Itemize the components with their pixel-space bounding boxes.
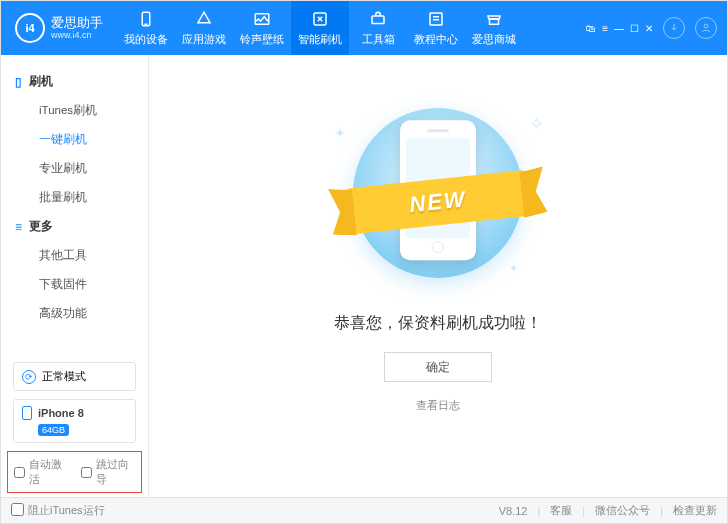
body: ▯ 刷机 iTunes刷机一键刷机专业刷机批量刷机 ≡ 更多 其他工具下载固件高… [1, 55, 727, 497]
footer-link[interactable]: 检查更新 [673, 503, 717, 518]
skip-wizard-checkbox[interactable]: 跳过向导 [81, 457, 136, 487]
header-right: 🛍 ≡ — ☐ ✕ [586, 17, 727, 39]
success-message: 恭喜您，保资料刷机成功啦！ [334, 313, 542, 334]
device-box[interactable]: iPhone 8 64GB [13, 399, 136, 443]
sidebar: ▯ 刷机 iTunes刷机一键刷机专业刷机批量刷机 ≡ 更多 其他工具下载固件高… [1, 55, 149, 497]
nav-device[interactable]: 我的设备 [117, 1, 175, 55]
flash-icon [310, 9, 330, 29]
close-icon[interactable]: ✕ [645, 23, 653, 34]
maximize-icon[interactable]: ☐ [630, 23, 639, 34]
phone-icon [22, 406, 32, 420]
cycle-icon: ⟳ [22, 370, 36, 384]
nav-store[interactable]: 爱思商城 [465, 1, 523, 55]
window-controls: 🛍 ≡ — ☐ ✕ [586, 23, 653, 34]
sidebar-item-other[interactable]: 其他工具 [1, 241, 148, 270]
nav-ring[interactable]: 铃声壁纸 [233, 1, 291, 55]
sidebar-item-oneclick[interactable]: 一键刷机 [1, 125, 148, 154]
sidebar-item-advanced[interactable]: 高级功能 [1, 299, 148, 328]
shopping-cart-icon[interactable]: 🛍 [586, 23, 596, 34]
hero-illustration: ✦ ✧ ✦ NEW [328, 103, 548, 283]
footer-link[interactable]: 微信公众号 [595, 503, 650, 518]
prevent-itunes-checkbox[interactable]: 阻止iTunes运行 [11, 503, 105, 518]
apps-icon [194, 9, 214, 29]
svg-rect-4 [372, 16, 384, 24]
sidebar-section-flash[interactable]: ▯ 刷机 [1, 67, 148, 96]
toolbox-icon [368, 9, 388, 29]
nav-apps[interactable]: 应用游戏 [175, 1, 233, 55]
nav-flash[interactable]: 智能刷机 [291, 1, 349, 55]
view-log-link[interactable]: 查看日志 [416, 398, 460, 413]
nav-tutorial[interactable]: 教程中心 [407, 1, 465, 55]
menu-icon[interactable]: ≡ [602, 23, 608, 34]
logo-icon: i4 [15, 13, 45, 43]
tutorial-icon [426, 9, 446, 29]
nav-toolbox[interactable]: 工具箱 [349, 1, 407, 55]
sidebar-list-more: 其他工具下载固件高级功能 [1, 241, 148, 328]
footer-link[interactable]: 客服 [550, 503, 572, 518]
version-label: V8.12 [499, 505, 528, 517]
mode-box[interactable]: ⟳ 正常模式 [13, 362, 136, 391]
sidebar-list-flash: iTunes刷机一键刷机专业刷机批量刷机 [1, 96, 148, 212]
logo[interactable]: i4 爱思助手 www.i4.cn [1, 13, 117, 43]
ring-icon [252, 9, 272, 29]
device-icon: ▯ [15, 75, 22, 89]
header-bar: i4 爱思助手 www.i4.cn 我的设备应用游戏铃声壁纸智能刷机工具箱教程中… [1, 1, 727, 55]
sidebar-item-pro[interactable]: 专业刷机 [1, 154, 148, 183]
ok-button[interactable]: 确定 [384, 352, 492, 382]
storage-badge: 64GB [38, 424, 69, 436]
main-panel: ✦ ✧ ✦ NEW 恭喜您，保资料刷机成功啦！ 确定 查看日志 [149, 55, 727, 497]
minimize-icon[interactable]: — [614, 23, 624, 34]
app-window: i4 爱思助手 www.i4.cn 我的设备应用游戏铃声壁纸智能刷机工具箱教程中… [0, 0, 728, 524]
svg-point-9 [704, 24, 708, 28]
auto-activate-checkbox[interactable]: 自动激活 [14, 457, 69, 487]
logo-name: 爱思助手 [51, 16, 103, 30]
store-icon [484, 9, 504, 29]
svg-rect-8 [490, 19, 499, 24]
sidebar-section-more[interactable]: ≡ 更多 [1, 212, 148, 241]
user-button[interactable] [695, 17, 717, 39]
logo-url: www.i4.cn [51, 30, 103, 40]
sidebar-item-download[interactable]: 下载固件 [1, 270, 148, 299]
header-nav: 我的设备应用游戏铃声壁纸智能刷机工具箱教程中心爱思商城 [117, 1, 523, 55]
sidebar-item-batch[interactable]: 批量刷机 [1, 183, 148, 212]
more-icon: ≡ [15, 220, 22, 234]
options-row: 自动激活 跳过向导 [7, 451, 142, 493]
download-button[interactable] [663, 17, 685, 39]
footer-bar: 阻止iTunes运行 V8.12|客服|微信公众号|检查更新 [1, 497, 727, 523]
sidebar-item-itunes[interactable]: iTunes刷机 [1, 96, 148, 125]
device-icon [136, 9, 156, 29]
